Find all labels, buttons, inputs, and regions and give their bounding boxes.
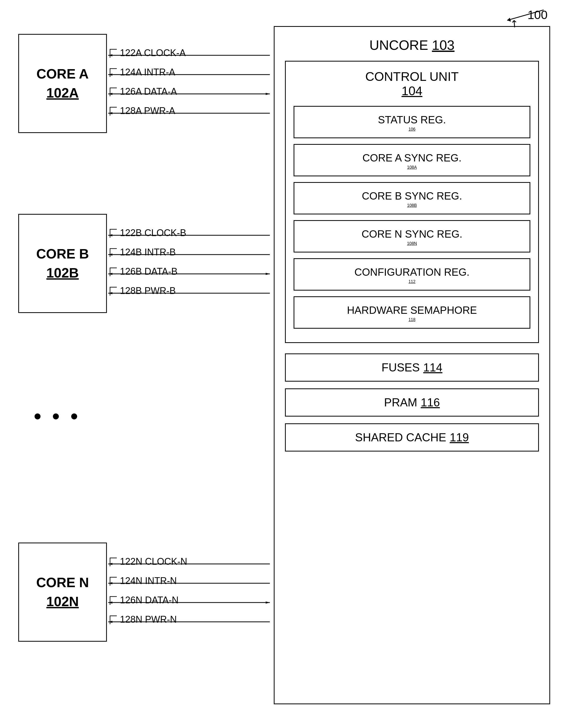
hw-semaphore-box: HARDWARE SEMAPHORE 118 [294, 296, 530, 329]
core-n-sync-reg-box: CORE N SYNC REG. 108N [294, 220, 530, 252]
ref-100-arrow-line [504, 7, 546, 23]
core-n-sync-reg-ref: 108N [297, 241, 527, 246]
status-reg-ref: 106 [297, 127, 527, 132]
sig-122n-label: 122N CLOCK-N [110, 556, 187, 567]
sig-126n-label: 126N DATA-N [110, 595, 179, 606]
fuses-box: FUSES 114 [285, 353, 539, 382]
svg-line-0 [507, 10, 544, 20]
arrow-126n [108, 602, 272, 604]
core-a-sync-reg-label: CORE A SYNC REG. [297, 150, 527, 165]
core-b-label: CORE B 102B [36, 244, 89, 283]
svg-marker-28 [108, 621, 112, 623]
arrow-128n [108, 621, 272, 623]
svg-marker-8 [266, 93, 270, 95]
config-reg-ref: 112 [297, 279, 527, 284]
sig-128n-label: 128N PWR-N [110, 614, 177, 625]
sig-126b-label: 126B DATA-B [110, 266, 178, 277]
diagram-layout: 100 ↖ CORE A 102A 122A CLOCK-A 124A INTR… [0, 0, 571, 728]
sig-122b-label: 122B CLOCK-B [110, 227, 186, 238]
uncore-title: UNCORE 103 [285, 37, 539, 53]
control-unit-box: CONTROL UNIT 104 STATUS REG. 106 CORE A … [285, 61, 539, 343]
sig-122a-label: 122A CLOCK-A [110, 47, 186, 59]
shared-cache-label: SHARED CACHE [355, 431, 446, 444]
svg-marker-23 [108, 582, 112, 584]
arrow-126a [108, 93, 272, 95]
arrow-124a [108, 74, 272, 76]
arrow-126b [108, 273, 272, 275]
core-a-box: CORE A 102A [18, 34, 107, 133]
pram-ref: 116 [421, 396, 440, 409]
core-b-sync-reg-ref: 108B [297, 203, 527, 208]
svg-marker-5 [108, 74, 112, 76]
fuses-label: FUSES [381, 361, 420, 374]
svg-marker-10 [108, 112, 112, 114]
shared-cache-box: SHARED CACHE 119 [285, 423, 539, 451]
core-a-label: CORE A 102A [36, 65, 89, 103]
uncore-box: UNCORE 103 CONTROL UNIT 104 STATUS REG. … [274, 26, 550, 704]
shared-cache-ref: 119 [450, 431, 469, 444]
svg-marker-14 [108, 253, 112, 255]
sig-124n-label: 124N INTR-N [110, 576, 177, 586]
core-a-sync-reg-box: CORE A SYNC REG. 108A [294, 144, 530, 176]
hw-semaphore-label: HARDWARE SEMAPHORE [297, 303, 527, 317]
svg-marker-12 [108, 234, 112, 236]
arrow-122a [108, 54, 272, 56]
sig-128b-label: 128B PWR-B [110, 285, 176, 296]
config-reg-box: CONFIGURATION REG. 112 [294, 258, 530, 291]
sig-124b-label: 124B INTR-B [110, 247, 176, 258]
svg-marker-7 [108, 93, 112, 95]
svg-marker-25 [108, 602, 112, 604]
svg-marker-17 [266, 273, 270, 275]
core-b-box: CORE B 102B [18, 214, 107, 313]
ellipsis: • • • [34, 404, 80, 428]
svg-marker-26 [266, 602, 270, 604]
arrow-124n [108, 582, 272, 584]
arrow-124b [108, 253, 272, 255]
pram-box: PRAM 116 [285, 388, 539, 417]
control-unit-title: CONTROL UNIT 104 [294, 69, 530, 98]
sig-124a-label: 124A INTR-A [110, 67, 175, 78]
svg-marker-3 [108, 54, 112, 56]
core-b-sync-reg-box: CORE B SYNC REG. 108B [294, 182, 530, 214]
core-b-sync-reg-label: CORE B SYNC REG. [297, 189, 527, 203]
svg-marker-19 [108, 292, 112, 294]
arrow-128b [108, 292, 272, 294]
arrow-122n [108, 563, 272, 565]
sig-126a-label: 126A DATA-A [110, 86, 177, 97]
core-n-sync-reg-label: CORE N SYNC REG. [297, 227, 527, 241]
core-a-sync-reg-ref: 108A [297, 165, 527, 170]
status-reg-label: STATUS REG. [297, 112, 527, 127]
core-n-label: CORE N 102N [36, 573, 89, 611]
core-n-box: CORE N 102N [18, 542, 107, 642]
sig-128a-label: 128A PWR-A [110, 105, 175, 116]
arrow-122b [108, 234, 272, 236]
hw-semaphore-ref: 118 [297, 317, 527, 322]
config-reg-label: CONFIGURATION REG. [297, 265, 527, 279]
svg-marker-16 [108, 273, 112, 275]
svg-marker-21 [108, 563, 112, 565]
status-reg-box: STATUS REG. 106 [294, 106, 530, 138]
fuses-ref: 114 [423, 361, 442, 374]
arrow-128a [108, 112, 272, 114]
pram-label: PRAM [384, 396, 417, 409]
